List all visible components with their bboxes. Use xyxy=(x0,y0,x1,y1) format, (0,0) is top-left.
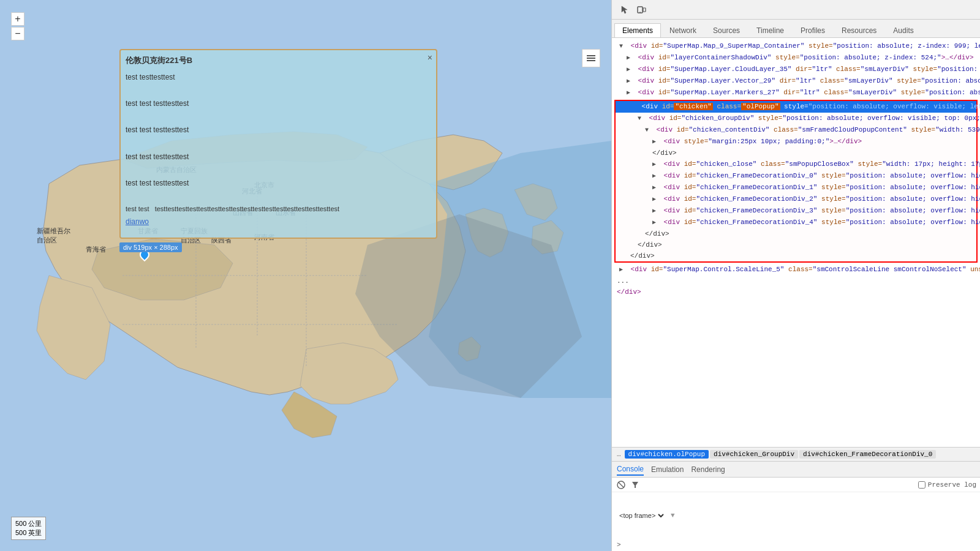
console-tab-console[interactable]: Console xyxy=(617,463,644,476)
arrow-11: ▶ xyxy=(652,171,658,181)
breadcrumb-dots: … xyxy=(617,451,621,458)
svg-rect-10 xyxy=(643,8,646,12)
popup-content: test testtesttest test test testtesttest… xyxy=(121,69,436,231)
tree-line-18[interactable]: </div> xyxy=(616,250,976,261)
selected-element-block: <div id="chicken" class="olPopup" style=… xyxy=(614,100,978,263)
preserve-log-label: Preserve log xyxy=(928,481,976,489)
tree-line-3[interactable]: ▶ <div id="SuperMap.Layer.CloudLayer_35"… xyxy=(612,64,980,75)
devtools-console-tabs: Console Emulation Rendering xyxy=(612,462,980,478)
tree-line-1[interactable]: ▼ <div id="SuperMap.Map_9_SuperMap_Conta… xyxy=(612,40,980,52)
popup-title: 伦敦贝克街221号B xyxy=(121,50,436,69)
console-tab-rendering[interactable]: Rendering xyxy=(691,464,725,475)
tree-line-selected[interactable]: <div id="chicken" class="olPopup" style=… xyxy=(616,101,976,113)
arrow-13: ▶ xyxy=(652,195,658,204)
tree-line-9[interactable]: </div> xyxy=(616,148,976,159)
tree-line-6[interactable]: ▼ <div id="chicken_GroupDiv" style="posi… xyxy=(616,113,976,124)
tab-timeline[interactable]: Timeline xyxy=(748,23,792,37)
arrow-7: ▼ xyxy=(645,126,651,135)
console-tab-emulation[interactable]: Emulation xyxy=(651,464,684,475)
tree-line-8[interactable]: ▶ <div style="margin:25px 10px; padding:… xyxy=(616,136,976,148)
cursor-icon xyxy=(619,5,629,15)
map-container[interactable]: + − 新疆维吾尔自治区 青海省 甘肃省 宁夏回族自治区 陕西省 河南省 山西省… xyxy=(0,0,611,551)
arrow-10: ▶ xyxy=(652,160,658,170)
map-popup: × 伦敦贝克街221号B test testtesttest test test… xyxy=(119,49,437,239)
preserve-log-checkbox[interactable] xyxy=(918,481,925,489)
tree-line-13[interactable]: ▶ <div id="chicken_FrameDecorationDiv_2"… xyxy=(616,193,976,205)
zoom-in-button[interactable]: + xyxy=(11,12,24,26)
tree-line-close-div: </div> xyxy=(612,287,980,298)
arrow-8: ▶ xyxy=(652,137,658,147)
preserve-log-container: Preserve log xyxy=(918,481,976,489)
scale-km: 500 公里 xyxy=(15,519,42,528)
tab-elements[interactable]: Elements xyxy=(614,23,661,37)
tree-line-12[interactable]: ▶ <div id="chicken_FrameDecorationDiv_1"… xyxy=(616,182,976,193)
arrow-19: ▶ xyxy=(619,265,625,275)
map-zoom-controls: + − xyxy=(11,12,24,40)
arrow-14: ▶ xyxy=(652,206,658,216)
layer-toggle-button[interactable] xyxy=(582,49,600,67)
inspect-element-button[interactable] xyxy=(617,2,631,17)
breadcrumb-item-framedec0[interactable]: div#chicken_FrameDecorationDiv_0 xyxy=(799,450,936,459)
tree-line-7[interactable]: ▼ <div id="chicken_contentDiv" class="sm… xyxy=(616,124,976,136)
popup-line-4: test test testtesttest xyxy=(126,151,431,164)
tree-line-dots: ... xyxy=(612,276,980,287)
tree-line-16[interactable]: </div> xyxy=(616,228,976,239)
arrow-12: ▶ xyxy=(652,183,658,193)
frame-selector[interactable]: <top frame> xyxy=(617,511,666,520)
tab-resources[interactable]: Resources xyxy=(834,23,884,37)
tree-line-5[interactable]: ▶ <div id="SuperMap.Layer.Markers_27" di… xyxy=(612,87,980,99)
tab-profiles[interactable]: Profiles xyxy=(793,23,833,37)
arrow-4: ▶ xyxy=(627,77,633,86)
tree-line-19[interactable]: ▶ <div id="SuperMap.Control.ScaleLine_5"… xyxy=(612,264,980,276)
popup-line-1: test testtesttest xyxy=(126,71,431,84)
arrow-15: ▶ xyxy=(652,218,658,228)
popup-box: × 伦敦贝克街221号B test testtesttest test test… xyxy=(119,49,437,239)
tree-line-4[interactable]: ▶ <div id="SuperMap.Layer.Vector_29" dir… xyxy=(612,75,980,87)
svg-rect-8 xyxy=(587,55,595,56)
svg-rect-6 xyxy=(587,60,595,61)
console-prompt: > xyxy=(612,539,980,551)
tab-audits[interactable]: Audits xyxy=(885,23,921,37)
device-icon xyxy=(636,5,646,15)
tab-sources[interactable]: Sources xyxy=(705,23,748,37)
zoom-out-button[interactable]: − xyxy=(11,27,24,40)
console-toolbar: Preserve log xyxy=(612,478,980,492)
filter-icon xyxy=(631,481,639,489)
breadcrumb-item-groupdiv[interactable]: div#chicken_GroupDiv xyxy=(710,450,798,459)
scale-mi: 500 英里 xyxy=(15,528,42,538)
tree-line-17[interactable]: </div> xyxy=(616,239,976,250)
breadcrumb-item-popup[interactable]: div#chicken.olPopup xyxy=(625,450,709,459)
ban-icon xyxy=(617,481,625,489)
popup-line-3: test test testtesttest xyxy=(126,124,431,137)
devtools-console-area: Preserve log <top frame> ▼ > xyxy=(612,478,980,551)
popup-line-2: test test testtesttest xyxy=(126,97,431,111)
devtools-panel: Elements Network Sources Timeline Profil… xyxy=(611,0,980,551)
tree-line-2[interactable]: ▶ <div id="layerContainerShadowDiv" styl… xyxy=(612,52,980,64)
arrow-5: ▶ xyxy=(627,88,633,98)
tree-line-15[interactable]: ▶ <div id="chicken_FrameDecorationDiv_4"… xyxy=(616,217,976,228)
console-clear-button[interactable] xyxy=(616,479,627,490)
svg-rect-7 xyxy=(587,58,595,59)
dimension-tooltip: div 519px × 288px xyxy=(119,242,182,252)
tree-line-10[interactable]: ▶ <div id="chicken_close" class="smPopup… xyxy=(616,159,976,170)
tree-line-11[interactable]: ▶ <div id="chicken_FrameDecorationDiv_0"… xyxy=(616,170,976,182)
svg-marker-14 xyxy=(632,482,638,488)
arrow-3: ▶ xyxy=(627,65,633,75)
devtools-elements-panel[interactable]: ▼ <div id="SuperMap.Map_9_SuperMap_Conta… xyxy=(612,38,980,447)
device-mode-button[interactable] xyxy=(634,2,649,17)
arrow-1: ▼ xyxy=(619,42,625,51)
arrow-6: ▼ xyxy=(638,114,644,124)
layers-icon xyxy=(586,53,597,64)
devtools-breadcrumb: … div#chicken.olPopup div#chicken_GroupD… xyxy=(612,447,980,462)
tree-line-14[interactable]: ▶ <div id="chicken_FrameDecorationDiv_3"… xyxy=(616,205,976,217)
tab-network[interactable]: Network xyxy=(662,23,704,37)
console-filter-button[interactable] xyxy=(630,480,640,490)
arrow-sel xyxy=(630,102,636,112)
scale-bar: 500 公里 500 英里 xyxy=(11,517,46,540)
popup-link[interactable]: dianwo xyxy=(126,217,149,226)
devtools-toolbar xyxy=(612,0,980,20)
popup-close-button[interactable]: × xyxy=(428,53,432,62)
popup-line-6: test test testtesttesttesttesttesttestte… xyxy=(126,203,431,216)
svg-line-13 xyxy=(619,482,624,487)
console-dropdown-arrow: ▼ xyxy=(671,512,675,519)
